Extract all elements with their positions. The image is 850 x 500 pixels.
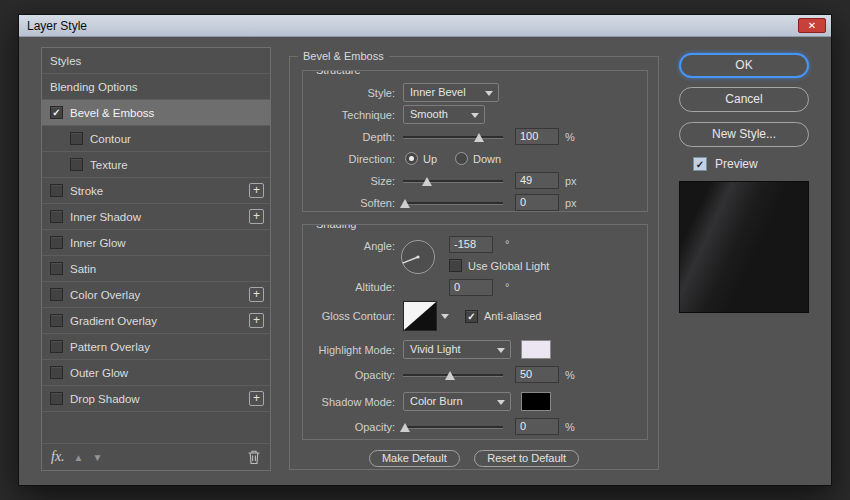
sidebar-item-label: Bevel & Emboss	[70, 107, 154, 119]
chevron-down-icon	[497, 348, 505, 353]
highlight-mode-select[interactable]: Vivid Light	[403, 340, 511, 359]
direction-up-radio[interactable]	[405, 152, 418, 165]
slider-thumb[interactable]	[445, 371, 455, 380]
sidebar-item-pattern-overlay[interactable]: Pattern Overlay	[42, 334, 270, 360]
new-style-button[interactable]: New Style...	[679, 122, 809, 147]
row-shadow-opacity: Opacity: 0 %	[309, 417, 641, 436]
duplicate-effect-button[interactable]: +	[249, 209, 264, 224]
gloss-contour-picker[interactable]	[403, 301, 437, 331]
make-default-button[interactable]: Make Default	[369, 450, 460, 467]
effect-checkbox[interactable]	[70, 132, 83, 145]
effect-checkbox[interactable]	[50, 288, 63, 301]
sidebar-item-satin[interactable]: Satin	[42, 256, 270, 282]
row-depth: Depth: 100 %	[309, 127, 641, 146]
slider-track	[403, 202, 503, 205]
effect-checkbox[interactable]	[70, 158, 83, 171]
slider-thumb[interactable]	[400, 423, 410, 432]
dialog-actions: OK Cancel New Style... ✓ Preview	[679, 37, 811, 487]
effect-checkbox[interactable]	[50, 236, 63, 249]
altitude-input[interactable]: 0	[449, 279, 493, 296]
sidebar-item-label: Blending Options	[50, 81, 138, 93]
size-input[interactable]: 49	[515, 172, 559, 189]
angle-input[interactable]: -158	[449, 236, 493, 253]
style-select[interactable]: Inner Bevel	[403, 83, 499, 102]
row-gloss-contour: Gloss Contour: ✓	[309, 301, 641, 331]
direction-down-radio[interactable]	[455, 152, 468, 165]
duplicate-effect-button[interactable]: +	[249, 183, 264, 198]
sidebar-item-stroke[interactable]: Stroke +	[42, 178, 270, 204]
angle-block: Angle: -158 °	[309, 235, 641, 299]
sidebar-item-inner-glow[interactable]: Inner Glow	[42, 230, 270, 256]
chevron-down-icon	[497, 400, 505, 405]
size-slider[interactable]	[403, 173, 503, 189]
technique-select[interactable]: Smooth	[403, 105, 485, 124]
slider-thumb[interactable]	[474, 133, 484, 142]
sidebar-item-outer-glow[interactable]: Outer Glow	[42, 360, 270, 386]
reset-default-button[interactable]: Reset to Default	[474, 450, 579, 467]
gloss-contour-dropdown[interactable]	[437, 302, 451, 330]
effect-checkbox[interactable]: ✓	[50, 106, 63, 119]
check-icon: ✓	[467, 311, 475, 322]
radio-dot	[409, 156, 414, 161]
slider-thumb[interactable]	[400, 199, 410, 208]
structure-group: Structure Style: Inner Bevel Technique:	[302, 70, 648, 212]
chevron-down-icon	[485, 91, 493, 96]
sidebar-item-styles[interactable]: Styles	[42, 48, 270, 74]
soften-input[interactable]: 0	[515, 194, 559, 211]
cancel-button[interactable]: Cancel	[679, 87, 809, 112]
angle-dial[interactable]	[399, 238, 437, 276]
sidebar-item-color-overlay[interactable]: Color Overlay +	[42, 282, 270, 308]
effect-checkbox[interactable]	[50, 262, 63, 275]
sidebar-item-drop-shadow[interactable]: Drop Shadow +	[42, 386, 270, 412]
effect-checkbox[interactable]	[50, 340, 63, 353]
depth-input[interactable]: 100	[515, 128, 559, 145]
effect-checkbox[interactable]	[50, 366, 63, 379]
shadow-opacity-input[interactable]: 0	[515, 418, 559, 435]
sidebar-item-label: Contour	[90, 133, 131, 145]
preview-checkbox[interactable]: ✓	[693, 157, 707, 171]
move-down-icon[interactable]: ▼	[93, 452, 103, 463]
sidebar-item-gradient-overlay[interactable]: Gradient Overlay +	[42, 308, 270, 334]
move-up-icon[interactable]: ▲	[74, 452, 84, 463]
sidebar-item-label: Outer Glow	[70, 367, 128, 379]
anti-aliased-checkbox[interactable]: ✓	[465, 310, 478, 323]
slider-thumb[interactable]	[422, 177, 432, 186]
highlight-opacity-slider[interactable]	[403, 367, 503, 383]
trash-icon[interactable]	[247, 449, 261, 465]
row-size: Size: 49 px	[309, 171, 641, 190]
row-highlight-mode: Highlight Mode: Vivid Light	[309, 339, 641, 360]
check-icon: ✓	[52, 107, 60, 118]
effect-checkbox[interactable]	[50, 210, 63, 223]
sidebar-item-bevel-emboss[interactable]: ✓ Bevel & Emboss	[42, 100, 270, 126]
shadow-mode-select[interactable]: Color Burn	[403, 392, 511, 411]
titlebar[interactable]: Layer Style ✕	[19, 15, 831, 37]
sidebar-item-texture[interactable]: Texture	[42, 152, 270, 178]
shadow-color-swatch[interactable]	[521, 392, 551, 411]
sidebar-item-label: Satin	[70, 263, 96, 275]
shading-group: Shading Angle: -158 °	[302, 224, 648, 440]
effect-checkbox[interactable]	[50, 392, 63, 405]
highlight-opacity-input[interactable]: 50	[515, 366, 559, 383]
check-icon: ✓	[696, 159, 704, 170]
depth-slider[interactable]	[403, 129, 503, 145]
chevron-down-icon	[441, 314, 449, 319]
effect-checkbox[interactable]	[50, 184, 63, 197]
use-global-light-row: Use Global Light	[449, 259, 549, 272]
sidebar-item-blending-options[interactable]: Blending Options	[42, 74, 270, 100]
sidebar-footer: fx. ▲ ▼	[42, 443, 270, 470]
duplicate-effect-button[interactable]: +	[249, 391, 264, 406]
effect-checkbox[interactable]	[50, 314, 63, 327]
duplicate-effect-button[interactable]: +	[249, 287, 264, 302]
use-global-light-checkbox[interactable]	[449, 259, 462, 272]
duplicate-effect-button[interactable]: +	[249, 313, 264, 328]
soften-slider[interactable]	[403, 195, 503, 211]
shadow-opacity-slider[interactable]	[403, 419, 503, 435]
fx-icon[interactable]: fx.	[51, 449, 65, 465]
chevron-down-icon	[471, 113, 479, 118]
ok-button[interactable]: OK	[679, 53, 809, 78]
bevel-emboss-group: Bevel & Emboss Structure Style: Inner Be…	[289, 56, 659, 470]
highlight-color-swatch[interactable]	[521, 340, 551, 359]
sidebar-item-inner-shadow[interactable]: Inner Shadow +	[42, 204, 270, 230]
close-button[interactable]: ✕	[798, 18, 826, 33]
sidebar-item-contour[interactable]: Contour	[42, 126, 270, 152]
